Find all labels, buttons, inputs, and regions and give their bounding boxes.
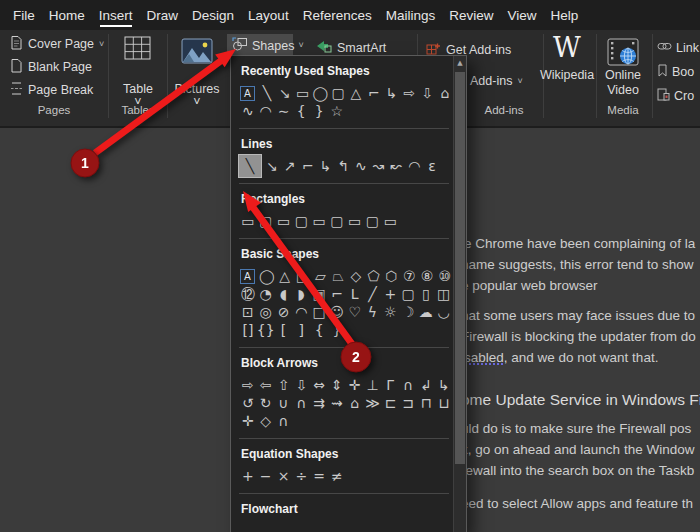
shape-item[interactable]: ↳: [383, 84, 401, 102]
shape-item[interactable]: ↳: [316, 157, 334, 175]
shape-item[interactable]: A: [240, 269, 255, 284]
shape-item[interactable]: ╲: [258, 84, 276, 102]
shape-item[interactable]: ☆: [328, 102, 346, 120]
shape-item[interactable]: ▱: [311, 267, 329, 285]
shape-item[interactable]: {}: [257, 321, 275, 339]
page-break-button[interactable]: Page Break: [10, 81, 93, 99]
shape-item[interactable]: ◺: [294, 267, 312, 285]
shape-item[interactable]: ◯: [311, 84, 329, 102]
shape-item[interactable]: ◠: [292, 303, 310, 321]
shape-item[interactable]: ε: [423, 157, 441, 175]
shape-item[interactable]: ▢: [328, 212, 346, 230]
menu-tab-insert[interactable]: Insert: [99, 0, 133, 30]
shape-item[interactable]: ∼: [275, 102, 293, 120]
shape-item[interactable]: ↗: [281, 157, 299, 175]
shape-item[interactable]: ╲: [239, 155, 261, 177]
shape-item[interactable]: ♡: [346, 303, 364, 321]
wikipedia-w-icon[interactable]: W: [551, 32, 583, 64]
shape-item[interactable]: ◖: [275, 285, 293, 303]
shape-item[interactable]: ⌂: [346, 394, 364, 412]
shape-item[interactable]: ◫: [435, 285, 453, 303]
pictures-button-icon-area[interactable]: [181, 38, 213, 67]
wikipedia-label[interactable]: Wikipedia: [538, 68, 596, 82]
menu-tab-layout[interactable]: Layout: [248, 0, 289, 30]
menu-tab-home[interactable]: Home: [49, 0, 85, 30]
table-button-label[interactable]: Table: [112, 82, 164, 96]
shape-item[interactable]: ▢: [364, 212, 382, 230]
online-video-label-line2[interactable]: Video: [598, 83, 648, 97]
menu-tab-references[interactable]: References: [303, 0, 372, 30]
shape-item[interactable]: ⑩: [436, 267, 454, 285]
shape-item[interactable]: ◗: [292, 285, 310, 303]
pictures-button-label[interactable]: Pictures: [168, 82, 226, 96]
shape-item[interactable]: ↲: [417, 376, 435, 394]
shape-item[interactable]: ≠: [328, 467, 346, 485]
shape-item[interactable]: ∿: [239, 102, 257, 120]
my-addins-button[interactable]: Add-ins ˅: [470, 74, 523, 88]
shape-item[interactable]: ⏢: [329, 267, 347, 285]
scroll-up-arrow-icon[interactable]: ▲: [454, 56, 466, 71]
shape-item[interactable]: ▣: [310, 285, 328, 303]
shape-item[interactable]: ⇧: [275, 376, 293, 394]
shapes-button[interactable]: Shapes ˅: [227, 34, 293, 57]
shape-item[interactable]: ◇: [257, 412, 275, 430]
shape-item[interactable]: ⇨: [400, 84, 418, 102]
shape-item[interactable]: ↰: [334, 157, 352, 175]
menu-tab-review[interactable]: Review: [449, 0, 493, 30]
shape-item[interactable]: ▭: [239, 212, 257, 230]
shape-item[interactable]: ⌂: [436, 84, 454, 102]
shape-item[interactable]: ⊏: [381, 394, 399, 412]
shape-item[interactable]: =: [310, 467, 328, 485]
shape-item[interactable]: ↳: [435, 376, 453, 394]
shape-item[interactable]: −: [257, 467, 275, 485]
link-button[interactable]: Link: [657, 40, 699, 55]
menu-tab-help[interactable]: Help: [551, 0, 579, 30]
shape-item[interactable]: ×: [275, 467, 293, 485]
shape-item[interactable]: +: [239, 467, 257, 485]
menu-tab-view[interactable]: View: [507, 0, 536, 30]
shape-item[interactable]: ▢: [329, 84, 347, 102]
shape-item[interactable]: ◠: [257, 102, 275, 120]
shape-item[interactable]: ▭: [381, 212, 399, 230]
shape-item[interactable]: ⊐: [399, 394, 417, 412]
shape-item[interactable]: [: [275, 321, 293, 339]
shape-item[interactable]: ▢: [292, 212, 310, 230]
shape-item[interactable]: ≫: [364, 394, 382, 412]
shape-item[interactable]: L: [346, 285, 364, 303]
shape-item[interactable]: ⇦: [257, 376, 275, 394]
shape-item[interactable]: ↘: [276, 84, 294, 102]
shape-item[interactable]: ⌐: [299, 157, 317, 175]
shape-item[interactable]: ▢: [399, 285, 417, 303]
shape-item[interactable]: ◡: [435, 303, 453, 321]
shape-item[interactable]: }: [328, 321, 346, 339]
shape-item[interactable]: ◔: [257, 285, 275, 303]
shape-item[interactable]: ∩: [292, 394, 310, 412]
shape-item[interactable]: ↻: [257, 394, 275, 412]
shape-item[interactable]: ◠: [405, 157, 423, 175]
shape-item[interactable]: ⌐: [328, 285, 346, 303]
online-video-button[interactable]: [607, 38, 639, 69]
shape-item[interactable]: ⇝: [328, 394, 346, 412]
shape-item[interactable]: ⊔: [435, 394, 453, 412]
shape-item[interactable]: ]: [292, 321, 310, 339]
shape-item[interactable]: ◇: [347, 267, 365, 285]
menu-tab-mailings[interactable]: Mailings: [386, 0, 436, 30]
shape-item[interactable]: {: [310, 321, 328, 339]
shape-item[interactable]: ⊥: [364, 376, 382, 394]
shape-item[interactable]: ⇕: [328, 376, 346, 394]
shape-item[interactable]: ↘: [263, 157, 281, 175]
shape-item[interactable]: Γ: [381, 376, 399, 394]
shape-item[interactable]: +: [381, 285, 399, 303]
scrollbar-thumb[interactable]: [455, 72, 465, 464]
shape-item[interactable]: □: [310, 303, 328, 321]
shape-item[interactable]: []: [239, 321, 257, 339]
shape-item[interactable]: △: [347, 84, 365, 102]
shape-item[interactable]: ⊘: [275, 303, 293, 321]
shape-item[interactable]: ◯: [258, 267, 276, 285]
shape-item[interactable]: ↝: [370, 157, 388, 175]
shape-item[interactable]: ◎: [257, 303, 275, 321]
shape-item[interactable]: ÷: [292, 467, 310, 485]
smartart-button[interactable]: SmartArt: [316, 40, 386, 56]
menu-tab-design[interactable]: Design: [192, 0, 234, 30]
menu-tab-draw[interactable]: Draw: [147, 0, 179, 30]
